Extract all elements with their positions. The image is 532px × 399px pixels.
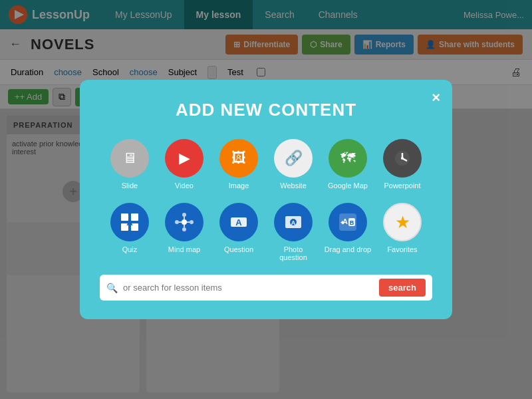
content-grid-row2: A Quiz Mind map A Question A Pho (100, 203, 432, 261)
mindmap-icon (165, 203, 203, 241)
powerpoint-label: Powerpoint (384, 182, 420, 190)
add-content-modal: × ADD NEW CONTENT 🖥 Slide ▶ Video 🖼 Imag (80, 80, 452, 319)
photoquestion-icon: A (274, 203, 313, 241)
draganddrop-label: Drag and drop (325, 245, 371, 253)
svg-text:A: A (126, 217, 133, 227)
favorites-icon: ★ (383, 203, 422, 241)
question-icon: A (219, 203, 258, 241)
svg-point-10 (182, 213, 186, 217)
content-type-quiz[interactable]: A Quiz (106, 203, 154, 261)
content-type-googlemap[interactable]: 🗺 Google Map (324, 139, 372, 190)
content-type-video[interactable]: ▶ Video (160, 139, 208, 190)
draganddrop-icon: AB✦ (329, 203, 367, 241)
photoquestion-label: Photo question (269, 245, 317, 261)
svg-point-13 (190, 220, 194, 224)
slide-icon: 🖥 (110, 139, 149, 178)
question-label: Question (224, 245, 253, 253)
website-icon: 🔗 (274, 139, 313, 178)
content-type-question[interactable]: A Question (215, 203, 263, 261)
googlemap-icon: 🗺 (329, 139, 367, 178)
svg-text:✦: ✦ (340, 219, 345, 226)
favorites-label: Favorites (387, 245, 417, 253)
content-type-draganddrop[interactable]: AB✦ Drag and drop (324, 203, 372, 261)
content-type-mindmap[interactable]: Mind map (160, 203, 208, 261)
search-input[interactable] (123, 283, 374, 293)
video-icon: ▶ (165, 139, 203, 178)
modal-title: ADD NEW CONTENT (100, 100, 432, 120)
content-type-favorites[interactable]: ★ Favorites (378, 203, 426, 261)
mindmap-label: Mind map (168, 245, 200, 253)
search-icon: 🔍 (106, 283, 118, 293)
content-type-slide[interactable]: 🖥 Slide (106, 139, 154, 190)
svg-point-11 (182, 227, 186, 231)
svg-text:A: A (235, 217, 242, 227)
search-button[interactable]: search (379, 279, 426, 297)
content-grid-row1: 🖥 Slide ▶ Video 🖼 Image 🔗 Webs (100, 139, 432, 190)
content-type-photoquestion[interactable]: A Photo question (269, 203, 317, 261)
slide-label: Slide (122, 182, 138, 190)
googlemap-label: Google Map (328, 182, 368, 190)
modal-overlay: × ADD NEW CONTENT 🖥 Slide ▶ Video 🖼 Imag (0, 0, 532, 399)
video-label: Video (175, 182, 194, 190)
content-type-image[interactable]: 🖼 Image (215, 139, 263, 190)
svg-point-12 (175, 220, 179, 224)
svg-text:A: A (291, 219, 296, 226)
modal-close-button[interactable]: × (432, 89, 440, 106)
quiz-label: Quiz (122, 245, 138, 253)
quiz-icon: A (110, 203, 149, 241)
image-icon: 🖼 (219, 139, 258, 178)
image-label: Image (229, 182, 249, 190)
svg-point-9 (182, 219, 187, 225)
svg-text:B: B (350, 219, 354, 226)
content-type-website[interactable]: 🔗 Website (269, 139, 317, 190)
website-label: Website (280, 182, 307, 190)
svg-point-3 (401, 157, 404, 160)
content-type-powerpoint[interactable]: Powerpoint (378, 139, 426, 190)
modal-search-bar: 🔍 search (100, 275, 432, 301)
powerpoint-icon (383, 139, 422, 178)
